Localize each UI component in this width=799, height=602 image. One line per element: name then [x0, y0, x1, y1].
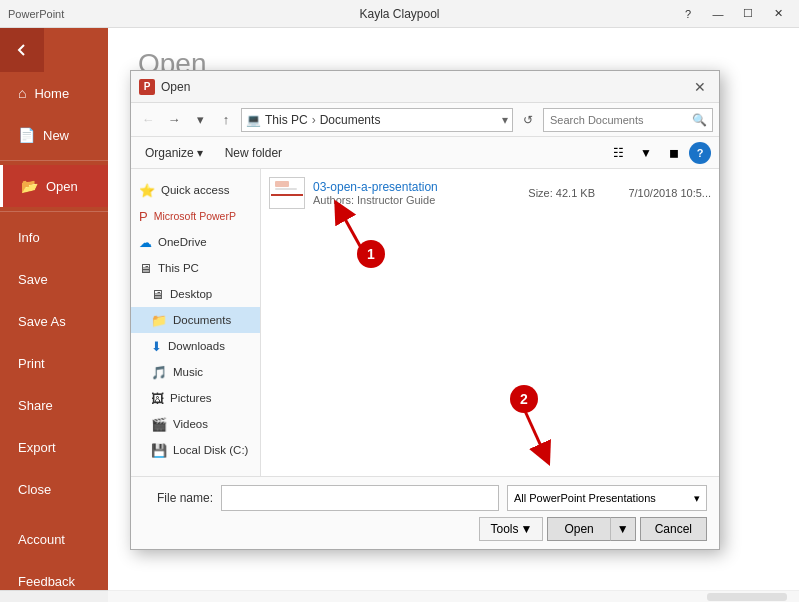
sidebar-local-disk[interactable]: 💾 Local Disk (C:) [131, 437, 260, 463]
close-window-button[interactable]: ✕ [765, 5, 791, 23]
filetype-dropdown-icon: ▾ [694, 492, 700, 505]
filename-input[interactable] [221, 485, 499, 511]
filelist-items: 03-open-a-presentation Authors: Instruct… [261, 169, 719, 476]
sidebar-item-save-as[interactable]: Save As [0, 300, 108, 342]
cancel-button[interactable]: Cancel [640, 517, 707, 541]
search-input[interactable] [550, 114, 688, 126]
videos-icon: 🎬 [151, 417, 167, 432]
sidebar-downloads[interactable]: ⬇ Downloads [131, 333, 260, 359]
dialog-filelist: 03-open-a-presentation Authors: Instruct… [261, 169, 719, 476]
dialog-help-button[interactable]: ? [689, 142, 711, 164]
refresh-button[interactable]: ↺ [517, 109, 539, 131]
sidebar-quick-access[interactable]: ⭐ Quick access [131, 177, 260, 203]
sidebar-item-save[interactable]: Save [0, 258, 108, 300]
annotation-1: 1 [357, 240, 385, 268]
backstage-divider-1 [0, 160, 108, 161]
view-buttons: ☷ ▼ ◼ ? [605, 141, 711, 165]
view-dropdown-button[interactable]: ▼ [633, 141, 659, 165]
open-button-group: Open ▼ [547, 517, 635, 541]
new-folder-button[interactable]: New folder [217, 143, 290, 163]
annotation-2: 2 [510, 385, 538, 413]
dialog-bottom: File name: All PowerPoint Presentations … [131, 476, 719, 549]
sidebar-item-export[interactable]: Export [0, 426, 108, 468]
ppt-window: PowerPoint Kayla Claypool ? — ☐ ✕ ⌂ Home… [0, 0, 799, 602]
table-row[interactable]: 03-open-a-presentation Authors: Instruct… [261, 173, 719, 213]
file-name: 03-open-a-presentation [313, 180, 515, 194]
desktop-icon: 🖥 [151, 287, 164, 302]
open-dropdown-button[interactable]: ▼ [610, 517, 636, 541]
minimize-button[interactable]: — [705, 5, 731, 23]
home-icon: ⌂ [18, 85, 26, 101]
address-parts: 💻 This PC › Documents [246, 113, 382, 127]
dialog-body: ⭐ Quick access P Microsoft PowerP ☁ OneD… [131, 169, 719, 476]
backstage-back-button[interactable] [0, 28, 44, 72]
file-date-modified: 7/10/2018 10:5... [611, 187, 711, 199]
recent-places-button[interactable]: ▾ [189, 109, 211, 131]
svg-rect-2 [275, 188, 297, 190]
view-details-button[interactable]: ☷ [605, 141, 631, 165]
filename-row: File name: All PowerPoint Presentations … [143, 485, 707, 511]
help-button[interactable]: ? [675, 5, 701, 23]
sidebar-desktop[interactable]: 🖥 Desktop [131, 281, 260, 307]
sidebar-item-new[interactable]: 📄 New [0, 114, 108, 156]
address-dropdown-icon[interactable]: ▾ [502, 113, 508, 127]
address-sep-1: › [312, 113, 316, 127]
backstage-divider-2 [0, 211, 108, 212]
sidebar-videos[interactable]: 🎬 Videos [131, 411, 260, 437]
sidebar-item-open[interactable]: 📂 Open [0, 165, 108, 207]
file-info: 03-open-a-presentation Authors: Instruct… [313, 180, 515, 206]
sidebar-item-home[interactable]: ⌂ Home [0, 72, 108, 114]
search-icon: 🔍 [692, 113, 707, 127]
dialog-close-button[interactable]: ✕ [689, 77, 711, 97]
back-nav-button[interactable]: ← [137, 109, 159, 131]
search-bar[interactable]: 🔍 [543, 108, 713, 132]
onedrive-icon: ☁ [139, 235, 152, 250]
new-icon: 📄 [18, 127, 35, 143]
buttons-row: Tools ▼ Open ▼ Cancel [143, 517, 707, 541]
sidebar-item-close[interactable]: Close [0, 468, 108, 510]
dialog-title-text: Open [161, 80, 190, 94]
this-pc-icon: 🖥 [139, 261, 152, 276]
dialog-ppt-icon: P [139, 79, 155, 95]
sidebar-this-pc[interactable]: 🖥 This PC [131, 255, 260, 281]
downloads-icon: ⬇ [151, 339, 162, 354]
up-nav-button[interactable]: ↑ [215, 109, 237, 131]
open-button[interactable]: Open [547, 517, 609, 541]
ppt-window-controls: ? — ☐ ✕ [675, 5, 791, 23]
sidebar-documents[interactable]: 📁 Documents [131, 307, 260, 333]
sidebar-item-account[interactable]: Account [0, 518, 108, 560]
backstage-sidebar: ⌂ Home 📄 New 📂 Open Info Save Save As Pr… [0, 28, 108, 602]
sidebar-pictures[interactable]: 🖼 Pictures [131, 385, 260, 411]
open-icon: 📂 [21, 178, 38, 194]
tools-button[interactable]: Tools ▼ [479, 517, 543, 541]
dialog-toolbar: ← → ▾ ↑ 💻 This PC › Documents ▾ ↺ 🔍 [131, 103, 719, 137]
sidebar-item-info[interactable]: Info [0, 216, 108, 258]
address-this-pc[interactable]: This PC [263, 113, 310, 127]
sidebar-microsoft-powerpoint[interactable]: P Microsoft PowerP [131, 203, 260, 229]
tools-dropdown-icon: ▼ [521, 522, 533, 536]
file-thumbnail [269, 177, 305, 209]
sidebar-item-share[interactable]: Share [0, 384, 108, 426]
address-documents[interactable]: Documents [318, 113, 383, 127]
forward-nav-button[interactable]: → [163, 109, 185, 131]
sidebar-music[interactable]: 🎵 Music [131, 359, 260, 385]
sidebar-onedrive[interactable]: ☁ OneDrive [131, 229, 260, 255]
maximize-button[interactable]: ☐ [735, 5, 761, 23]
dialog-title-left: P Open [139, 79, 190, 95]
filetype-dropdown[interactable]: All PowerPoint Presentations ▾ [507, 485, 707, 511]
address-bar[interactable]: 💻 This PC › Documents ▾ [241, 108, 513, 132]
music-icon: 🎵 [151, 365, 167, 380]
sidebar-item-print[interactable]: Print [0, 342, 108, 384]
quick-access-icon: ⭐ [139, 183, 155, 198]
dialog-titlebar: P Open ✕ [131, 71, 719, 103]
ppt-user-name: Kayla Claypool [359, 7, 439, 21]
organize-dropdown-icon: ▾ [197, 146, 203, 160]
address-drive-icon: 💻 [246, 113, 261, 127]
file-size: Size: 42.1 KB [523, 187, 603, 199]
organize-button[interactable]: Organize ▾ [139, 143, 209, 163]
filename-label: File name: [143, 491, 213, 505]
view-preview-button[interactable]: ◼ [661, 141, 687, 165]
dialog-actionbar: Organize ▾ New folder ☷ ▼ ◼ ? [131, 137, 719, 169]
organize-label: Organize [145, 146, 194, 160]
local-disk-icon: 💾 [151, 443, 167, 458]
